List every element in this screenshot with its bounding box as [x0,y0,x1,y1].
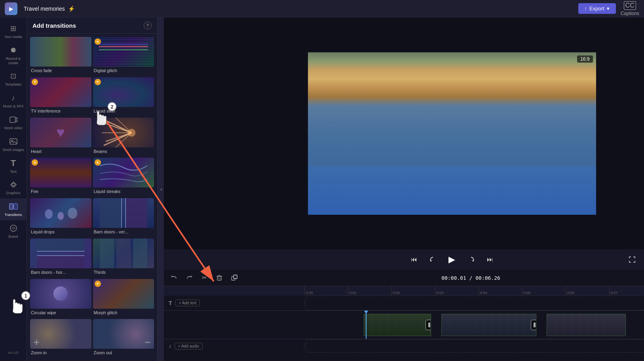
add-audio-button[interactable]: + Add audio [175,343,203,350]
sidebar-item-stock-video[interactable]: Stock video [0,112,27,134]
transition-label-barn-doors-ver: Barn doors - ver... [93,228,154,237]
panel-collapse-button[interactable]: ◂ [158,17,164,361]
premium-badge-morph: ★ [95,281,101,287]
sidebar-item-templates[interactable]: ⊡ Templates [0,68,27,90]
transition-item-liquid-swirl[interactable]: ★ Liquid swirl [93,77,154,116]
transition-label-cross-fade: Cross fade [30,67,91,75]
transition-item-liquid-drops[interactable]: Liquid drops [30,198,91,237]
transition-thumb-heart: ♥ [30,118,91,147]
heart-shape-icon: ♥ [57,124,65,141]
sidebar-item-music-sfx[interactable]: ♪ Music & SFX [0,90,27,112]
sidebar-item-graphics[interactable]: Graphics [0,177,27,199]
export-chevron-icon: ▾ [607,6,610,11]
timeline-toolbar: ✂ 00:00.01 / 00:06.26 [164,270,644,286]
redo-button[interactable] [184,272,195,283]
transition-item-beams[interactable]: Beams [93,118,154,157]
ruler-tick-2: 0:02 [391,286,435,296]
circle-shape-icon [53,287,68,301]
transition-item-liquid-streaks[interactable]: ★ Liquid streaks [93,158,154,197]
transition-thumb-circular-wipe [30,279,91,309]
locale-badge: en-US [5,348,22,358]
transition-thumb-liquid-swirl: ★ [93,77,154,107]
sidebar-item-text[interactable]: T Text [0,155,27,177]
transition-item-barn-doors-hor[interactable]: Barn doors - hor... [30,239,91,277]
clip-segment-1[interactable] [364,314,431,336]
captions-icon: CC [624,1,636,10]
svg-rect-23 [37,256,84,268]
svg-rect-26 [100,239,114,268]
ruler-tick-0: 0:00 [304,286,348,296]
ruler-tick-3: 0:03 [435,286,479,296]
fullscreen-button[interactable] [626,253,638,266]
premium-badge-fire: ★ [32,159,38,166]
transition-item-barn-doors-ver[interactable]: Barn doors - ver... [93,198,154,237]
playhead-indicator [364,311,368,314]
video-preview-container: 16:9 [164,17,644,249]
add-text-button[interactable]: + Add text [175,300,200,306]
clip-segment-2[interactable] [441,314,536,336]
svg-rect-0 [10,117,15,122]
sidebar-item-brand[interactable]: Brand [0,220,27,242]
transition-item-morph-glitch[interactable]: ★ Morph glitch [93,279,154,318]
skip-start-icon: ⏮ [411,256,417,263]
captions-button[interactable]: CC Captions [621,1,639,16]
rewind-button[interactable] [427,253,439,266]
help-icon[interactable]: ? [144,21,152,29]
transition-thumb-thirds [93,239,154,268]
transition-item-cross-fade[interactable]: Cross fade [30,37,91,76]
transition-label-zoom-out: Zoom out [93,349,154,357]
svg-rect-18 [100,198,122,228]
transition-thumb-morph-glitch: ★ [93,279,154,309]
sidebar-item-stock-images[interactable]: Stock images [0,134,27,155]
delete-button[interactable] [214,272,225,283]
cut-button[interactable]: ✂ [199,272,210,283]
export-arrow-icon: ↑ [585,6,587,11]
transition-item-zoom-out[interactable]: Zoom out [93,319,154,358]
undo-button[interactable] [169,272,180,283]
transition-item-tv-interference[interactable]: ★ TV interference [30,77,91,116]
transition-thumb-digital-glitch: ★ [93,37,154,67]
premium-badge-swirl: ★ [95,79,101,85]
transition-thumb-barn-doors-ver [93,198,154,228]
svg-rect-28 [133,239,147,268]
transition-item-zoom-in[interactable]: Zoom in [30,319,91,358]
video-track-content [304,311,644,339]
transitions-panel: Add transitions ? Cross fade ★ Digital g… [27,17,158,361]
sidebar-item-transitions[interactable]: Transitions [0,199,27,220]
transition-item-heart[interactable]: ♥ Heart [30,118,91,157]
your-media-icon: ⊞ [9,24,18,33]
playback-controls: ⏮ ▶ ⏭ [164,249,644,270]
export-button[interactable]: ↑ Export ▾ [578,3,616,14]
transition-label-thirds: Thirds [93,268,154,277]
timeline-time-display: 00:00.01 / 00:06.26 [244,275,644,281]
transition-label-heart: Heart [30,147,91,156]
transition-label-barn-doors-hor: Barn doors - hor... [30,268,91,277]
transition-label-beams: Beams [93,147,154,156]
clip-join-button-1[interactable] [426,320,431,330]
premium-badge: ★ [95,38,101,45]
svg-rect-22 [37,239,84,251]
brand-icon [9,223,18,233]
play-button[interactable]: ▶ [446,253,458,266]
forward-button[interactable] [465,253,477,266]
sidebar-item-your-media[interactable]: ⊞ Your media [0,21,27,42]
panel-header-right: ? [144,21,152,29]
record-icon: ⏺ [9,46,18,55]
transition-item-circular-wipe[interactable]: Circular wipe [30,279,91,318]
clip-segment-3[interactable] [547,314,626,336]
skip-to-start-button[interactable]: ⏮ [408,253,420,266]
skip-to-end-button[interactable]: ⏭ [484,253,496,266]
transition-item-digital-glitch[interactable]: ★ Digital glitch [93,37,154,76]
duplicate-button[interactable] [229,272,240,283]
project-title-area: Travel memories ⚡ [24,6,578,12]
svg-rect-27 [116,239,131,268]
sidebar-item-record-create[interactable]: ⏺ Record &create [0,42,27,69]
project-name: Travel memories [24,6,65,12]
transition-item-fire[interactable]: ★ Fire [30,158,91,197]
transition-item-thirds[interactable]: Thirds [93,239,154,277]
clip-join-button-2[interactable] [531,320,536,330]
transition-thumb-beams [93,118,154,147]
svg-rect-37 [534,323,536,327]
premium-badge-streaks: ★ [95,159,101,166]
playhead [366,311,367,339]
